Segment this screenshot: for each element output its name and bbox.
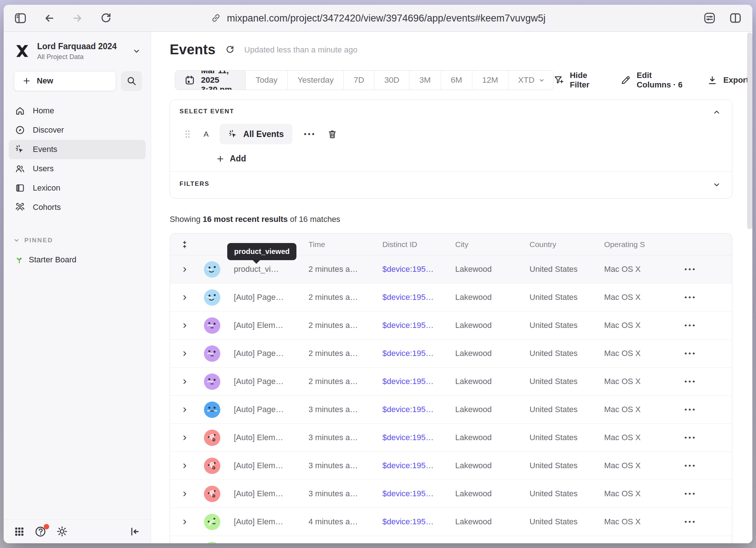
table-row[interactable]: [Auto] Page… 2 minutes a… $device:195… L…	[170, 368, 732, 396]
sidebar-item-discover[interactable]: Discover	[9, 121, 146, 140]
help-icon[interactable]	[34, 525, 47, 538]
preset-yesterday[interactable]: Yesterday	[287, 71, 343, 90]
row-more-icon[interactable]	[684, 464, 696, 467]
row-more-icon[interactable]	[684, 520, 696, 524]
city-cell: Lakewood	[455, 461, 529, 470]
column-header-distinct-id[interactable]: Distinct ID	[382, 240, 455, 249]
collapse-sidebar-icon[interactable]	[129, 526, 141, 537]
split-view-icon[interactable]	[729, 11, 742, 25]
expand-row-icon[interactable]	[181, 434, 189, 442]
event-selector-chip[interactable]: All Events	[220, 124, 292, 144]
preset-12m[interactable]: 12M	[472, 71, 508, 90]
preset-today[interactable]: Today	[245, 71, 287, 90]
sidebar-item-label: Cohorts	[33, 203, 61, 212]
apps-grid-icon[interactable]	[14, 526, 25, 537]
expand-row-icon[interactable]	[181, 378, 189, 385]
search-icon	[126, 76, 137, 86]
expand-row-icon[interactable]	[181, 462, 189, 470]
sidebar-item-home[interactable]: Home	[9, 101, 146, 121]
expand-row-icon[interactable]	[181, 350, 189, 357]
row-more-icon[interactable]	[684, 380, 696, 383]
table-row[interactable]: [Auto] Page… 2 minutes a… $device:195… L…	[170, 340, 732, 368]
table-row[interactable]: [Auto] Page… 2 minutes a… $device:195… L…	[170, 283, 732, 312]
reload-button[interactable]	[100, 12, 112, 24]
expand-row-icon[interactable]	[181, 518, 189, 526]
expand-row-icon[interactable]	[181, 406, 189, 414]
expand-row-icon[interactable]	[181, 294, 189, 301]
sidebar-toggle-icon[interactable]	[14, 12, 27, 25]
distinct-id-link[interactable]: $device:195…	[382, 489, 455, 498]
table-row[interactable]: [Auto] Elem… 3 minutes a… $device:195… L…	[170, 424, 732, 452]
preset-7d[interactable]: 7D	[343, 71, 374, 90]
pinned-section-header[interactable]: PINNED	[13, 237, 151, 244]
chevron-up-icon[interactable]	[712, 108, 721, 117]
address-bar[interactable]: mixpanel.com/project/3472420/view/397469…	[210, 12, 546, 24]
mixpanel-logo-icon	[14, 43, 31, 59]
scrollbar[interactable]	[747, 32, 752, 229]
date-picker-segment[interactable]: Mar 11, 2025 3:30 pm	[175, 71, 245, 90]
more-options-icon[interactable]	[303, 132, 315, 136]
preset-6m[interactable]: 6M	[441, 71, 472, 90]
drag-handle-icon[interactable]	[185, 129, 190, 139]
distinct-id-link[interactable]: $device:195…	[382, 433, 455, 442]
sidebar-item-cohorts[interactable]: Cohorts	[9, 198, 146, 217]
distinct-id-link[interactable]: $device:195…	[382, 265, 455, 274]
avatar	[204, 289, 220, 306]
export-button[interactable]: Export	[707, 75, 749, 86]
row-more-icon[interactable]	[684, 352, 696, 355]
table-row[interactable]: [Auto] Elem… 3 minutes a… $device:195… L…	[170, 480, 732, 508]
forward-button[interactable]	[71, 12, 84, 24]
page-settings-icon[interactable]	[703, 11, 716, 25]
collapse-all-rows-icon[interactable]	[180, 240, 189, 249]
pencil-icon	[620, 75, 631, 86]
sidebar-item-events[interactable]: Events	[9, 140, 146, 159]
distinct-id-link[interactable]: $device:195…	[382, 377, 455, 386]
new-button[interactable]: New	[14, 71, 116, 91]
table-row[interactable]: [Auto] Elem… 4 minutes a… $device:195… L…	[170, 508, 732, 536]
row-more-icon[interactable]	[684, 436, 696, 439]
row-more-icon[interactable]	[684, 267, 696, 271]
gear-icon[interactable]	[56, 525, 68, 537]
column-header-os[interactable]: Operating S	[604, 240, 684, 249]
sidebar-item-users[interactable]: Users	[9, 159, 146, 179]
project-name: Lord Farquaad 2024	[37, 41, 117, 52]
expand-row-icon[interactable]	[181, 322, 189, 329]
distinct-id-link[interactable]: $device:195…	[382, 461, 455, 470]
row-more-icon[interactable]	[684, 295, 696, 299]
distinct-id-link[interactable]: $device:195…	[382, 321, 455, 330]
chevron-down-icon[interactable]	[712, 180, 721, 189]
back-button[interactable]	[43, 12, 55, 24]
row-more-icon[interactable]	[684, 324, 696, 327]
distinct-id-link[interactable]: $device:195…	[382, 349, 455, 358]
hide-filter-button[interactable]: Hide Filter	[554, 71, 599, 90]
refresh-icon[interactable]	[225, 45, 235, 55]
filters-label: FILTERS	[180, 180, 722, 188]
project-switcher[interactable]: Lord Farquaad 2024 All Project Data	[14, 41, 141, 61]
distinct-id-link[interactable]: $device:195…	[382, 405, 455, 414]
table-row[interactable]	[170, 536, 732, 543]
url-text: mixpanel.com/project/3472420/view/397469…	[227, 12, 546, 24]
preset-3m[interactable]: 3M	[409, 71, 440, 90]
expand-row-icon[interactable]	[181, 266, 189, 273]
add-event-button[interactable]: Add	[216, 154, 246, 164]
row-more-icon[interactable]	[684, 492, 696, 496]
preset-xtd-dropdown[interactable]: XTD	[508, 71, 553, 90]
expand-row-icon[interactable]	[181, 490, 189, 498]
time-cell: 2 minutes a…	[308, 349, 382, 358]
column-header-country[interactable]: Country	[529, 240, 604, 249]
trash-icon[interactable]	[327, 129, 338, 140]
sidebar-item-lexicon[interactable]: Lexicon	[9, 179, 146, 198]
sidebar-footer	[4, 519, 151, 543]
edit-columns-button[interactable]: Edit Columns · 6	[620, 71, 686, 90]
column-header-time[interactable]: Time	[308, 240, 382, 249]
distinct-id-link[interactable]: $device:195…	[382, 293, 455, 302]
search-button[interactable]	[121, 71, 142, 91]
preset-30d[interactable]: 30D	[374, 71, 409, 90]
table-row[interactable]: [Auto] Page… 3 minutes a… $device:195… L…	[170, 396, 732, 424]
distinct-id-link[interactable]: $device:195…	[382, 517, 455, 527]
column-header-city[interactable]: City	[455, 240, 529, 249]
row-more-icon[interactable]	[684, 408, 696, 411]
table-row[interactable]: [Auto] Elem… 3 minutes a… $device:195… L…	[170, 452, 732, 480]
table-row[interactable]: [Auto] Elem… 2 minutes a… $device:195… L…	[170, 312, 732, 340]
sidebar-item-starter-board[interactable]: Starter Board	[15, 255, 151, 265]
